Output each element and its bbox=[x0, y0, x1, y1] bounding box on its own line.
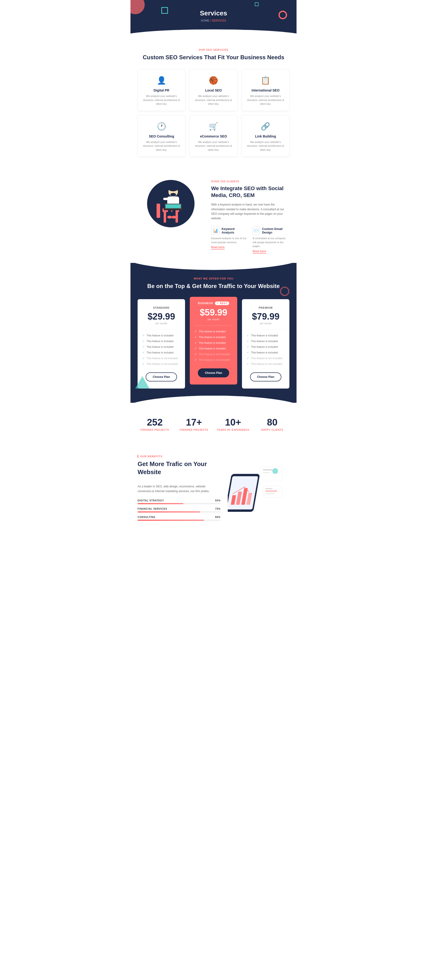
service-icon-1: 🏀 bbox=[208, 75, 219, 86]
feature-text-standard-5: This feature is not included bbox=[147, 363, 178, 365]
skill-bar-0: DIGITAL STRATEGY 55% bbox=[138, 499, 221, 504]
skill-bars: DIGITAL STRATEGY 55% FINANCIAL SERVICES … bbox=[138, 499, 221, 521]
skill-name-2: CONSULTING 80% bbox=[138, 516, 221, 519]
service-icon-3: 🕐 bbox=[156, 121, 167, 132]
check-icon-business-3: ✓ bbox=[194, 347, 197, 350]
skill-bar-fill-0 bbox=[138, 503, 183, 504]
svg-rect-0 bbox=[164, 211, 166, 223]
seo-label: OVER 150 CLIENTS bbox=[211, 180, 289, 183]
plan-price-premium: $79.99 bbox=[247, 312, 285, 321]
pricing-card-business: BUSINESS ✓ Best $59.99 per month ✓ This … bbox=[190, 297, 237, 385]
seo-content: OVER 150 CLIENTS We Integrate SEO with S… bbox=[211, 180, 289, 253]
service-icon-2: 📋 bbox=[260, 75, 271, 86]
service-card-local-seo: 🏀 Local SEO We analyze your website's st… bbox=[190, 69, 237, 111]
feature-item-premium-1: ✓ This feature is included bbox=[247, 338, 285, 344]
benefits-content: OUR BENEFITS Get More Trafic on Your Web… bbox=[138, 455, 221, 524]
svg-rect-14 bbox=[172, 210, 175, 217]
check-icon-standard-0: ✓ bbox=[142, 334, 145, 337]
choose-plan-button-standard[interactable]: Choose Plan bbox=[146, 372, 177, 382]
seo-integration-section: OVER 150 CLIENTS We Integrate SEO with S… bbox=[131, 170, 296, 262]
deco-triangle-teal bbox=[135, 376, 150, 388]
service-icon-0: 👤 bbox=[156, 75, 167, 86]
service-card-international-seo: 📋 International SEO We analyze your webs… bbox=[242, 69, 289, 111]
feature-text-business-1: This feature is included bbox=[199, 336, 226, 339]
feature-item-business-3: ✓ This feature is included bbox=[194, 346, 233, 351]
check-icon-premium-5: ✓ bbox=[247, 362, 249, 366]
seo-read-more-1[interactable]: Read more bbox=[253, 250, 266, 253]
stat-value-0: 252 bbox=[138, 417, 172, 428]
service-desc-1: We analyze your website's structure, int… bbox=[194, 94, 233, 106]
benefits-title: Get More Trafic on Your Website bbox=[138, 460, 221, 476]
feature-item-standard-4: ✓ This feature is not included bbox=[142, 355, 180, 361]
feature-item-standard-2: ✓ This feature is included bbox=[142, 344, 180, 350]
feature-item-business-2: ✓ This feature is included bbox=[194, 340, 233, 346]
services-title: Custom SEO Services That Fit Your Busine… bbox=[138, 54, 289, 61]
check-icon-standard-5: ✓ bbox=[142, 362, 145, 366]
feature-text-premium-3: This feature is included bbox=[251, 351, 278, 354]
plan-price-business: $59.99 bbox=[194, 308, 233, 317]
breadcrumb-separator: / bbox=[210, 19, 212, 22]
seo-illustration bbox=[138, 180, 204, 228]
seo-feature-desc-1: A consultant at our company will assign … bbox=[253, 236, 289, 248]
check-icon-business-4: ✓ bbox=[194, 353, 197, 356]
feature-item-business-0: ✓ This feature is included bbox=[194, 329, 233, 334]
seo-feature-1: ✉️ Custom Email Design A consultant at o… bbox=[253, 226, 289, 253]
feature-text-premium-1: This feature is included bbox=[251, 340, 278, 342]
check-icon-premium-4: ✓ bbox=[247, 356, 249, 360]
breadcrumb-current: SERVICES bbox=[212, 19, 226, 22]
feature-list-standard: ✓ This feature is included ✓ This featur… bbox=[142, 332, 180, 367]
skill-bar-bg-1 bbox=[138, 511, 221, 512]
seo-feature-desc-0: Keyword analysis is one of our most popu… bbox=[211, 236, 248, 244]
plan-per-month-standard: per month bbox=[142, 322, 180, 325]
service-title-3: SEO Consulting bbox=[142, 134, 181, 138]
stat-value-2: 10+ bbox=[216, 417, 250, 428]
svg-rect-23 bbox=[261, 467, 282, 481]
choose-plan-button-premium[interactable]: Choose Plan bbox=[250, 372, 282, 382]
service-desc-5: We analyze your website's structure, int… bbox=[246, 140, 285, 152]
benefits-description: As a leader in SEO, web design, ecommerc… bbox=[138, 484, 221, 493]
service-desc-0: We analyze your website's structure, int… bbox=[142, 94, 181, 106]
pricing-card-premium: PREMIUM $79.99 per month ✓ This feature … bbox=[242, 299, 289, 388]
benefits-illustration bbox=[228, 455, 289, 513]
deco-circle-pricing bbox=[280, 286, 289, 296]
feature-list-premium: ✓ This feature is included ✓ This featur… bbox=[247, 332, 285, 367]
hero-header: Services HOME / SERVICES bbox=[131, 0, 296, 37]
svg-point-16 bbox=[172, 216, 176, 219]
deco-rect-teal bbox=[161, 7, 168, 14]
pricing-cards: STANDARD $29.99 per month ✓ This feature… bbox=[138, 299, 289, 388]
feature-item-premium-3: ✓ This feature is included bbox=[247, 350, 285, 355]
stat-label-3: HAPPY CLIENTS bbox=[255, 429, 289, 431]
plan-label-business: BUSINESS ✓ Best bbox=[194, 302, 233, 305]
plan-label-premium: PREMIUM bbox=[247, 306, 285, 309]
service-card-seo-consulting: 🕐 SEO Consulting We analyze your website… bbox=[138, 115, 185, 157]
feature-item-premium-2: ✓ This feature is included bbox=[247, 344, 285, 350]
feature-item-business-1: ✓ This feature is included bbox=[194, 334, 233, 340]
feature-list-business: ✓ This feature is included ✓ This featur… bbox=[194, 329, 233, 363]
choose-plan-button-business[interactable]: Choose Plan bbox=[198, 368, 229, 377]
check-icon-standard-4: ✓ bbox=[142, 356, 145, 360]
feature-text-business-3: This feature is included bbox=[199, 347, 226, 350]
service-card-digital-pr: 👤 Digital PR We analyze your website's s… bbox=[138, 69, 185, 111]
breadcrumb-home[interactable]: HOME bbox=[201, 19, 209, 22]
pricing-label: WHAT WE OFFER FOR YOU bbox=[138, 277, 289, 280]
svg-rect-9 bbox=[174, 198, 178, 200]
check-icon-premium-2: ✓ bbox=[247, 345, 249, 348]
stat-item-0: 252 FINISHED PROJECTS bbox=[138, 417, 172, 431]
benefits-section: OUR BENEFITS Get More Trafic on Your Web… bbox=[131, 445, 296, 536]
check-icon-standard-1: ✓ bbox=[142, 339, 145, 343]
service-card-link-building: 🔗 Link Building We analyze your website'… bbox=[242, 115, 289, 157]
plan-per-month-business: per month bbox=[194, 318, 233, 321]
feature-text-premium-5: This feature is not included bbox=[251, 363, 282, 365]
stat-label-0: FINISHED PROJECTS bbox=[138, 429, 172, 431]
stat-value-3: 80 bbox=[255, 417, 289, 428]
feature-text-premium-0: This feature is included bbox=[251, 334, 278, 337]
svg-rect-3 bbox=[156, 204, 160, 218]
seo-read-more-0[interactable]: Read more bbox=[211, 246, 225, 250]
feature-text-standard-3: This feature is included bbox=[147, 351, 174, 354]
svg-point-26 bbox=[272, 468, 278, 474]
service-desc-2: We analyze your website's structure, int… bbox=[246, 94, 285, 106]
skill-bar-bg-0 bbox=[138, 503, 221, 504]
service-desc-3: We analyze your website's structure, int… bbox=[142, 140, 181, 152]
stat-item-2: 10+ YEARS OF EXPERIENCE bbox=[216, 417, 250, 431]
feature-text-standard-4: This feature is not included bbox=[147, 357, 178, 360]
